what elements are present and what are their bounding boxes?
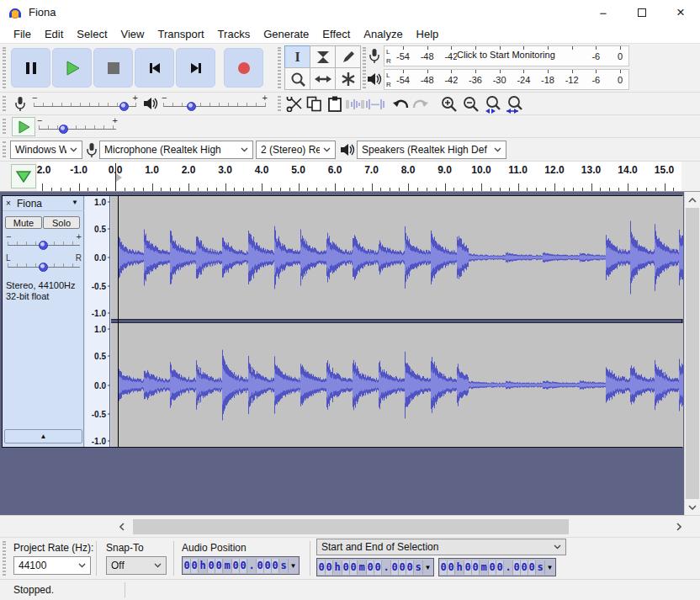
record-button[interactable]: [224, 48, 263, 88]
audio-host-select[interactable]: Windows WASA: [10, 141, 82, 159]
track-pan-slider[interactable]: LR: [8, 255, 80, 273]
trim-audio-button[interactable]: [345, 94, 364, 114]
waveform-area[interactable]: [111, 196, 681, 447]
menu-item-effect[interactable]: Effect: [316, 26, 357, 42]
timefield-dropdown-icon[interactable]: ▼: [423, 564, 432, 571]
playback-device-select[interactable]: Speakers (Realtek High Def: [357, 141, 506, 159]
track-menu-icon[interactable]: ▼: [72, 199, 78, 206]
timefield-dropdown-icon[interactable]: ▼: [545, 564, 554, 571]
menu-item-analyze[interactable]: Analyze: [357, 26, 409, 42]
tracks-workspace[interactable]: × Fiona ▼ Mute Solo −+ LR Stereo, 44: [0, 192, 700, 515]
recording-channels-select[interactable]: 2 (Stereo) Recor: [256, 141, 336, 159]
zoom-in-button[interactable]: [439, 94, 459, 114]
waveform-channel-right[interactable]: [111, 323, 683, 447]
selection-end-field[interactable]: 00h00m00.000s▼: [438, 558, 556, 576]
recording-meter[interactable]: LR -54-48-42-36-30-24-18-12-60Click to S…: [367, 45, 697, 67]
timeshift-tool-button[interactable]: [310, 67, 336, 90]
close-track-button[interactable]: ×: [6, 199, 11, 208]
paste-button[interactable]: [325, 94, 344, 114]
menu-item-transport[interactable]: Transport: [151, 26, 210, 42]
play-at-speed-button[interactable]: [12, 117, 35, 136]
toolbar-grip[interactable]: [3, 47, 6, 88]
timeline-ruler[interactable]: -2.0-1.00.01.02.03.04.05.06.07.08.09.010…: [0, 162, 700, 192]
selection-start-field[interactable]: 00h00m00.000s▼: [316, 558, 434, 576]
minimize-button[interactable]: −: [584, 0, 623, 25]
toolbar-grip[interactable]: [278, 47, 281, 88]
menu-item-help[interactable]: Help: [410, 26, 446, 42]
close-button[interactable]: ×: [661, 0, 700, 25]
redo-button[interactable]: [411, 94, 430, 114]
zoom-fit-button[interactable]: [505, 94, 524, 114]
selection-mode-select[interactable]: Start and End of Selection: [316, 539, 566, 555]
playback-speed-slider[interactable]: −+: [39, 117, 116, 135]
toolbar-grip[interactable]: [3, 96, 6, 111]
menu-item-select[interactable]: Select: [70, 26, 114, 42]
track-title[interactable]: Fiona: [17, 198, 42, 210]
chevron-right-icon: [676, 523, 681, 531]
zoom-out-button[interactable]: [461, 94, 480, 114]
track-gain-slider[interactable]: −+: [8, 233, 80, 252]
toolbar-grip[interactable]: [3, 119, 6, 134]
zoom-selection-button[interactable]: [483, 94, 502, 114]
toolbar-grip[interactable]: [278, 96, 281, 111]
toolbar-grip[interactable]: [363, 47, 366, 88]
menu-item-file[interactable]: File: [7, 26, 38, 42]
horizontal-scroll-thumb[interactable]: [133, 519, 569, 534]
scroll-down-button[interactable]: [685, 500, 700, 514]
audio-track[interactable]: × Fiona ▼ Mute Solo −+ LR Stereo, 44: [2, 195, 682, 448]
playback-meter-bars[interactable]: LR -54-48-42-36-30-24-18-12-60: [384, 69, 629, 90]
toolbar-grip[interactable]: [3, 141, 6, 157]
recording-volume-knob[interactable]: [119, 102, 129, 111]
pinned-play-head-button[interactable]: [11, 164, 36, 188]
maximize-button[interactable]: [623, 0, 661, 25]
waveform-channel-left[interactable]: [111, 196, 683, 319]
timeline-scale[interactable]: -2.0-1.00.01.02.03.04.05.06.07.08.09.010…: [37, 162, 681, 191]
project-rate-select[interactable]: 44100: [13, 556, 91, 575]
scroll-up-button[interactable]: [685, 193, 700, 207]
skip-to-end-button[interactable]: [176, 48, 215, 88]
playhead-marker[interactable]: [116, 173, 126, 182]
envelope-tool-button[interactable]: [310, 45, 336, 68]
undo-button[interactable]: [390, 94, 410, 114]
recording-meter-bars[interactable]: LR -54-48-42-36-30-24-18-12-60Click to S…: [384, 45, 629, 66]
vertical-scrollbar[interactable]: [684, 192, 700, 515]
playback-speed-knob[interactable]: [59, 125, 68, 134]
selection-tool-button[interactable]: I: [284, 45, 310, 68]
playback-volume-slider[interactable]: −+: [163, 94, 266, 113]
toolbar-grip[interactable]: [3, 541, 6, 576]
track-control-panel[interactable]: × Fiona ▼ Mute Solo −+ LR Stereo, 44: [3, 196, 84, 447]
monitoring-overlay[interactable]: Click to Start Monitoring: [457, 50, 583, 63]
audio-position-field[interactable]: 00h00m00.000s▼: [182, 556, 300, 575]
track-pan-knob[interactable]: [39, 263, 48, 272]
menu-item-edit[interactable]: Edit: [38, 26, 70, 42]
menu-item-tracks[interactable]: Tracks: [211, 26, 257, 42]
recording-volume-slider[interactable]: −+: [34, 94, 136, 113]
zoom-out-icon: [463, 96, 480, 113]
zoom-tool-button[interactable]: [284, 67, 310, 90]
cut-button[interactable]: [284, 94, 304, 114]
recording-device-select[interactable]: Microphone (Realtek High: [99, 141, 253, 159]
collapse-track-button[interactable]: ▲: [4, 429, 82, 443]
silence-audio-button[interactable]: [365, 94, 384, 114]
playback-meter[interactable]: LR -54-48-42-36-30-24-18-12-60: [367, 68, 697, 91]
pause-button[interactable]: [11, 48, 50, 88]
skip-to-start-button[interactable]: [135, 48, 174, 88]
mute-button[interactable]: Mute: [5, 216, 42, 229]
timefield-dropdown-icon[interactable]: ▼: [289, 562, 298, 570]
stop-button[interactable]: [93, 48, 133, 88]
multi-tool-button[interactable]: [335, 67, 361, 90]
scroll-left-button[interactable]: [114, 519, 130, 534]
draw-tool-button[interactable]: [335, 45, 361, 68]
menu-item-generate[interactable]: Generate: [257, 26, 316, 42]
scroll-right-button[interactable]: [671, 519, 687, 534]
vertical-ruler[interactable]: 1.00.50.0-0.5-1.0 1.00.50.0-0.5-1.0: [85, 196, 110, 447]
play-button[interactable]: [52, 48, 92, 88]
menu-item-view[interactable]: View: [114, 26, 151, 42]
playback-volume-knob[interactable]: [187, 102, 196, 111]
vertical-scroll-thumb[interactable]: [686, 208, 699, 499]
copy-button[interactable]: [305, 94, 324, 114]
snap-to-select[interactable]: Off: [106, 556, 167, 575]
track-gain-knob[interactable]: [39, 241, 48, 250]
solo-button[interactable]: Solo: [43, 216, 80, 229]
horizontal-scrollbar[interactable]: [0, 515, 700, 537]
